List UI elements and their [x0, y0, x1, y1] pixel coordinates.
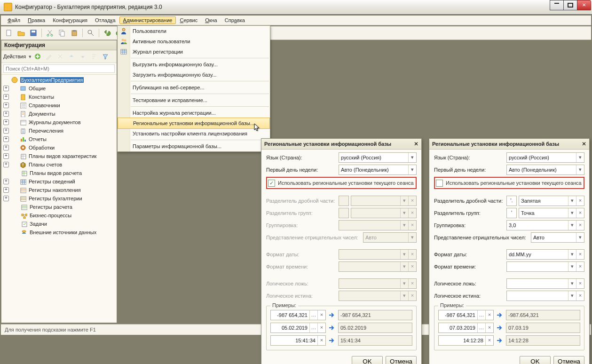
admin-menu-item[interactable]: Параметры информационной базы... — [118, 141, 270, 151]
admin-menu-item[interactable]: Выгрузить информационную базу... — [118, 59, 270, 70]
tree-node[interactable]: +Справочники — [1, 101, 117, 110]
tree-node[interactable]: +Регистры бухгалтерии — [1, 194, 117, 203]
example-date-in[interactable]: 07.03.2019…× — [438, 323, 494, 333]
admin-menu-item[interactable]: Активные пользователи — [118, 36, 270, 47]
tree-node[interactable]: +Планы видов характеристик — [1, 152, 117, 160]
edit-icon[interactable] — [44, 51, 54, 62]
clear-icon[interactable]: × — [576, 208, 584, 218]
open-icon[interactable] — [16, 28, 26, 38]
dialog-close-button[interactable]: ✕ — [579, 140, 586, 148]
chevron-down-icon[interactable]: ▾ — [568, 291, 576, 301]
neg-combo[interactable]: Авто▾ — [531, 232, 584, 243]
lang-combo[interactable]: русский (Россия)▾ — [506, 152, 584, 163]
tree-node[interactable]: Регистры расчета — [1, 203, 117, 211]
expander-icon[interactable]: + — [3, 187, 9, 193]
undo-icon[interactable] — [102, 28, 112, 38]
chevron-down-icon[interactable]: ▾ — [568, 221, 576, 230]
ok-button[interactable]: OK — [520, 356, 551, 364]
menu-windows[interactable]: Окна — [201, 16, 221, 24]
add-icon[interactable] — [32, 51, 43, 62]
expander-icon[interactable]: + — [3, 162, 9, 167]
use-regional-checkbox-row[interactable]: Использовать региональные установки теку… — [434, 177, 584, 189]
sort-icon[interactable] — [89, 51, 99, 62]
chevron-down-icon[interactable]: ▾ — [568, 262, 576, 271]
week-combo[interactable]: Авто (Понедельник)▾ — [339, 165, 417, 175]
ok-button[interactable]: OK — [352, 356, 383, 364]
up-icon[interactable] — [66, 51, 77, 62]
week-combo[interactable]: Авто (Понедельник)▾ — [506, 165, 584, 175]
config-tree[interactable]: − БухгалтерияПредприятия +Общие+Констант… — [1, 75, 117, 323]
expander-icon[interactable]: + — [3, 153, 9, 159]
chevron-down-icon[interactable]: ▾ — [568, 196, 576, 206]
tree-node[interactable]: Задачи — [1, 220, 117, 228]
admin-menu-item[interactable]: Тестирование и исправление... — [118, 95, 270, 105]
expander-icon[interactable]: + — [3, 103, 9, 108]
admin-menu-item[interactable]: Настройка журнала регистрации... — [118, 108, 270, 118]
cancel-button[interactable]: Отмена — [553, 356, 584, 364]
menu-file[interactable]: Файл — [4, 16, 24, 24]
filter-icon[interactable] — [100, 51, 111, 62]
tree-root[interactable]: − БухгалтерияПредприятия — [1, 76, 117, 84]
example-date-in[interactable]: 05.02.2019…× — [270, 323, 326, 333]
expander-icon[interactable]: + — [3, 145, 9, 150]
checkbox-icon[interactable] — [436, 180, 443, 187]
search-input[interactable] — [3, 64, 115, 73]
lang-combo[interactable]: русский (Россия)▾ — [339, 152, 417, 163]
chevron-down-icon[interactable]: ▾ — [408, 165, 416, 174]
expander-icon[interactable]: + — [3, 128, 9, 134]
tree-node[interactable]: +Обработки — [1, 143, 117, 152]
actions-label[interactable]: Действия — [3, 54, 26, 59]
menu-service[interactable]: Сервис — [176, 16, 201, 24]
save-icon[interactable] — [28, 28, 39, 38]
chevron-down-icon[interactable]: ▾ — [568, 208, 576, 218]
tree-node[interactable]: +Регистры накопления — [1, 186, 117, 194]
expander-icon[interactable]: + — [3, 179, 9, 184]
expander-icon[interactable]: + — [3, 196, 9, 201]
example-num-in[interactable]: -987 654,321…× — [438, 310, 494, 320]
grp-combo[interactable]: Точка▾× — [519, 208, 584, 218]
chevron-down-icon[interactable]: ▾ — [29, 54, 32, 60]
delete-icon[interactable] — [55, 51, 65, 62]
ellipsis-icon[interactable]: … — [477, 310, 485, 320]
clear-icon[interactable]: × — [576, 250, 584, 259]
chevron-down-icon[interactable]: ▾ — [568, 279, 576, 288]
expander-icon[interactable]: + — [3, 136, 9, 142]
menu-help[interactable]: Справка — [221, 16, 249, 24]
example-time-in[interactable]: 15:41:34× — [270, 335, 326, 346]
clear-icon[interactable]: × — [576, 221, 584, 230]
minimize-button[interactable] — [550, 0, 564, 10]
maximize-button[interactable] — [563, 0, 577, 10]
chevron-down-icon[interactable]: ▾ — [408, 153, 416, 162]
admin-menu-item[interactable]: Загрузить информационную базу... — [118, 70, 270, 80]
clear-icon[interactable]: × — [485, 310, 493, 320]
find-icon[interactable] — [86, 28, 96, 38]
grp-char-box[interactable]: ' — [506, 208, 517, 218]
tree-node[interactable]: Внешние источники данных — [1, 228, 117, 237]
clear-icon[interactable]: × — [576, 262, 584, 271]
new-icon[interactable] — [4, 28, 14, 38]
chevron-down-icon[interactable]: ▾ — [576, 165, 584, 174]
clear-icon[interactable]: × — [576, 196, 584, 206]
paste-icon[interactable] — [69, 28, 79, 38]
admin-menu-item[interactable]: Пользователи — [118, 26, 270, 36]
cancel-button[interactable]: Отмена — [386, 356, 417, 364]
ellipsis-icon[interactable]: … — [309, 310, 317, 320]
clear-icon[interactable]: × — [317, 310, 325, 320]
admin-menu-item[interactable]: Журнал регистрации — [118, 47, 270, 57]
expander-icon[interactable]: + — [3, 119, 9, 125]
clear-icon[interactable]: × — [576, 279, 584, 288]
dialog-close-button[interactable]: ✕ — [411, 140, 418, 148]
example-num-in[interactable]: -987 654,321…× — [270, 310, 326, 320]
checkbox-icon[interactable] — [268, 180, 275, 187]
dec-combo[interactable]: Запятая▾× — [519, 196, 584, 206]
close-button[interactable] — [577, 0, 591, 10]
clear-icon[interactable]: × — [317, 336, 325, 345]
dec-char-box[interactable]: '. — [506, 196, 517, 206]
admin-menu-item[interactable]: Установить настройки клиента лицензирова… — [118, 128, 270, 139]
copy-icon[interactable] — [57, 28, 67, 38]
tree-node[interactable]: +Константы — [1, 93, 117, 101]
admin-menu-item[interactable]: Региональные установки информационной ба… — [118, 118, 270, 129]
expander-icon[interactable]: + — [3, 111, 9, 117]
tree-node[interactable]: +Документы — [1, 110, 117, 118]
clear-icon[interactable]: × — [485, 336, 493, 345]
